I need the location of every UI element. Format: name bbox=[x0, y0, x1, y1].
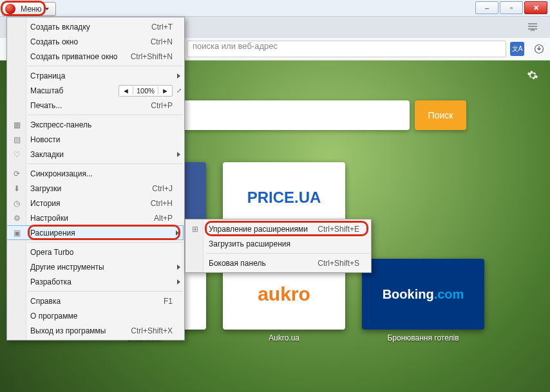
menu-item-downloads[interactable]: ⬇ЗагрузкиCtrl+J bbox=[7, 181, 184, 196]
menu-item-news[interactable]: ▤Новости bbox=[7, 132, 184, 147]
heart-icon: ♡ bbox=[12, 149, 22, 160]
menu-item-speed-dial[interactable]: ▦Экспресс-панель bbox=[7, 117, 184, 132]
history-icon: ◷ bbox=[12, 198, 22, 209]
submenu-item-get-extensions[interactable]: Загрузить расширения bbox=[185, 236, 371, 251]
tile-logo: Booking.com bbox=[383, 287, 464, 302]
menu-item-print[interactable]: Печать...Ctrl+P bbox=[7, 98, 184, 113]
menu-item-zoom[interactable]: Масштаб ◄ 100% ► ⤢ bbox=[7, 83, 184, 98]
translate-icon[interactable]: 文A bbox=[510, 42, 524, 56]
gear-icon: ⚙ bbox=[12, 213, 22, 223]
sync-icon: ⟳ bbox=[12, 169, 22, 179]
chevron-right-icon bbox=[177, 152, 180, 157]
menu-separator bbox=[28, 163, 183, 164]
menu-item-history[interactable]: ◷ИсторияCtrl+H bbox=[7, 196, 184, 210]
tile-logo: PRICE.UA bbox=[247, 189, 321, 207]
menu-item-page[interactable]: Страница bbox=[7, 68, 184, 83]
speed-dial-search-button[interactable]: Поиск bbox=[415, 100, 466, 130]
menu-separator bbox=[28, 242, 183, 243]
opera-menu-button[interactable]: Меню bbox=[2, 2, 56, 16]
extensions-icon: ▣ bbox=[12, 228, 22, 238]
menu-separator bbox=[28, 66, 183, 66]
news-icon: ▤ bbox=[12, 135, 22, 145]
zoom-out-button[interactable]: ◄ bbox=[119, 87, 133, 95]
manage-icon: ⊞ bbox=[190, 224, 200, 234]
window-close-button[interactable]: ✕ bbox=[524, 1, 547, 14]
submenu-item-manage-extensions[interactable]: ⊞Управление расширениямиCtrl+Shift+E bbox=[185, 221, 371, 236]
menu-item-settings[interactable]: ⚙НастройкиAlt+P bbox=[7, 210, 184, 225]
gear-icon[interactable] bbox=[527, 70, 538, 84]
menu-item-help[interactable]: СправкаF1 bbox=[7, 294, 184, 308]
tile-label: Aukro.ua bbox=[223, 333, 345, 342]
grid-icon: ▦ bbox=[12, 120, 22, 130]
window-maximize-button[interactable]: ▫ bbox=[500, 1, 523, 14]
chevron-right-icon bbox=[177, 73, 180, 79]
menu-item-new-private-window[interactable]: Создать приватное окноCtrl+Shift+N bbox=[7, 49, 184, 64]
menu-separator bbox=[28, 115, 183, 115]
menu-item-other-tools[interactable]: Другие инструменты bbox=[7, 259, 184, 274]
menu-item-sync[interactable]: ⟳Синхронизация... bbox=[7, 166, 184, 181]
main-menu: Создать вкладкуCtrl+T Создать окноCtrl+N… bbox=[6, 17, 185, 341]
menu-item-new-tab[interactable]: Создать вкладкуCtrl+T bbox=[7, 19, 184, 34]
address-input[interactable]: поиска или веб-адрес bbox=[187, 41, 506, 57]
menu-item-extensions[interactable]: ▣ Расширения bbox=[7, 225, 184, 240]
window-minimize-button[interactable]: – bbox=[475, 1, 498, 14]
window-titlebar: – ▫ ✕ bbox=[0, 0, 550, 17]
tile-label: Бронювання готелів bbox=[362, 333, 484, 342]
menu-item-developer[interactable]: Разработка bbox=[7, 274, 184, 289]
download-icon: ⬇ bbox=[12, 183, 22, 194]
menu-separator bbox=[206, 253, 370, 254]
menu-item-about[interactable]: О программе bbox=[7, 308, 184, 323]
zoom-in-button[interactable]: ► bbox=[158, 87, 172, 95]
zoom-control[interactable]: ◄ 100% ► bbox=[119, 85, 173, 97]
fullscreen-icon[interactable]: ⤢ bbox=[176, 87, 182, 94]
submenu-item-sidebar[interactable]: Боковая панельCtrl+Shift+S bbox=[185, 256, 371, 270]
menu-item-new-window[interactable]: Создать окноCtrl+N bbox=[7, 34, 184, 49]
chevron-right-icon bbox=[176, 230, 179, 236]
chevron-right-icon bbox=[177, 279, 180, 285]
menu-separator bbox=[28, 291, 183, 292]
tile-logo: aukro bbox=[258, 283, 310, 305]
tile-booking[interactable]: Booking.com Бронювання готелів bbox=[362, 259, 484, 330]
downloads-icon[interactable] bbox=[532, 42, 546, 56]
menu-item-exit[interactable]: Выход из программыCtrl+Shift+X bbox=[7, 323, 184, 338]
menu-item-bookmarks[interactable]: ♡Закладки bbox=[7, 147, 184, 162]
chevron-right-icon bbox=[177, 265, 180, 270]
zoom-value: 100% bbox=[133, 87, 158, 95]
sidebar-toggle-icon[interactable] bbox=[526, 20, 540, 34]
extensions-submenu: ⊞Управление расширениямиCtrl+Shift+E Заг… bbox=[185, 219, 372, 273]
menu-item-opera-turbo[interactable]: Opera Turbo bbox=[7, 245, 184, 259]
